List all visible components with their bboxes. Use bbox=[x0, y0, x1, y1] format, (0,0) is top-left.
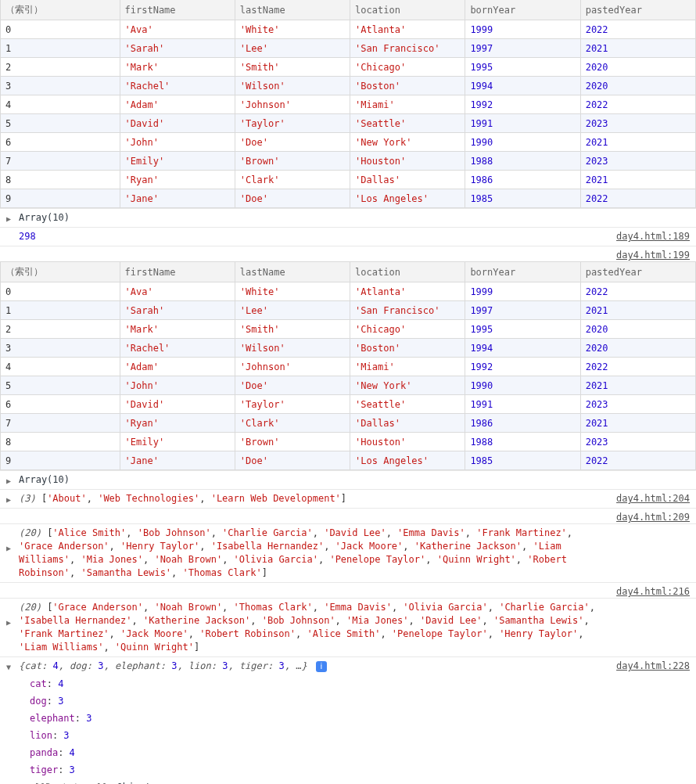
cell-bornyear: 1994 bbox=[465, 77, 580, 95]
array-summary-1[interactable]: Array(10) bbox=[0, 208, 696, 227]
object-entry: tiger: 3 bbox=[0, 761, 696, 779]
cell-pastedyear: 2023 bbox=[580, 395, 695, 414]
cell-bornyear: 1985 bbox=[465, 189, 580, 208]
cell-index: 5 bbox=[1, 376, 120, 395]
cell-pastedyear: 2022 bbox=[580, 95, 695, 114]
cell-pastedyear: 2021 bbox=[580, 414, 695, 433]
object-prototype[interactable]: [[Prototype]]: Object bbox=[0, 779, 696, 784]
cell-bornyear: 1995 bbox=[465, 320, 580, 339]
cell-index: 5 bbox=[1, 114, 120, 133]
table-row: 6'David''Taylor''Seattle'19912023 bbox=[1, 395, 696, 414]
expand-arrow-icon[interactable] bbox=[6, 541, 14, 555]
table-row: 8'Ryan''Clark''Dallas'19862021 bbox=[1, 171, 696, 189]
expand-arrow-icon[interactable] bbox=[6, 493, 14, 506]
col-firstname: firstName bbox=[120, 262, 235, 282]
table-row: 0'Ava''White''Atlanta'19992022 bbox=[1, 282, 696, 301]
object-entry: dog: 3 bbox=[0, 692, 696, 710]
console-log-array3[interactable]: (3) ['About', 'Web Technologies', 'Learn… bbox=[0, 489, 696, 508]
cell-pastedyear: 2022 bbox=[580, 282, 695, 301]
cell-bornyear: 1990 bbox=[465, 376, 580, 395]
cell-pastedyear: 2023 bbox=[580, 152, 695, 171]
cell-firstname: 'Adam' bbox=[120, 95, 235, 114]
cell-location: 'San Francisco' bbox=[350, 39, 465, 58]
cell-index: 2 bbox=[1, 58, 120, 77]
table-row: 1'Sarah''Lee''San Francisco'19972021 bbox=[1, 301, 696, 320]
cell-location: 'Atlanta' bbox=[350, 282, 465, 301]
console-src-216: day4.html:216 bbox=[0, 582, 696, 598]
source-link[interactable]: day4.html:216 bbox=[616, 585, 690, 599]
console-log-sum: 298 day4.html:189 bbox=[0, 227, 696, 246]
cell-lastname: 'White' bbox=[235, 20, 350, 39]
cell-index: 4 bbox=[1, 95, 120, 114]
info-icon[interactable]: i bbox=[316, 661, 327, 672]
cell-firstname: 'David' bbox=[120, 114, 235, 133]
cell-index: 9 bbox=[1, 451, 120, 470]
table-row: 7'Emily''Brown''Houston'19882023 bbox=[1, 152, 696, 171]
array-summary-2[interactable]: Array(10) bbox=[0, 470, 696, 489]
expand-arrow-icon[interactable] bbox=[6, 212, 14, 225]
expand-arrow-icon[interactable] bbox=[6, 474, 14, 487]
expand-arrow-icon[interactable] bbox=[6, 616, 14, 629]
cell-firstname: 'John' bbox=[120, 133, 235, 152]
cell-firstname: 'Mark' bbox=[120, 320, 235, 339]
collapse-arrow-icon[interactable] bbox=[6, 660, 14, 674]
cell-pastedyear: 2021 bbox=[580, 171, 695, 189]
table-row: 4'Adam''Johnson''Miami'19922022 bbox=[1, 358, 696, 376]
col-pastedyear: pastedYear bbox=[580, 0, 695, 20]
console-table-1-header: （索引） firstName lastName location bornYea… bbox=[0, 0, 696, 208]
source-link[interactable]: day4.html:189 bbox=[616, 230, 690, 243]
source-link[interactable]: day4.html:204 bbox=[616, 492, 690, 505]
console-log-object[interactable]: {cat: 4, dog: 3, elephant: 3, lion: 3, t… bbox=[0, 656, 696, 675]
cell-firstname: 'Jane' bbox=[120, 189, 235, 208]
cell-bornyear: 1999 bbox=[465, 20, 580, 39]
cell-location: 'New York' bbox=[350, 133, 465, 152]
col-index: （索引） bbox=[1, 0, 120, 20]
cell-index: 2 bbox=[1, 320, 120, 339]
col-location: location bbox=[350, 0, 465, 20]
cell-firstname: 'John' bbox=[120, 376, 235, 395]
cell-lastname: 'White' bbox=[235, 282, 350, 301]
console-log-array20b[interactable]: (20) ['Grace Anderson', 'Noah Brown', 'T… bbox=[0, 598, 696, 656]
table-row: 9'Jane''Doe''Los Angeles'19852022 bbox=[1, 189, 696, 208]
cell-firstname: 'Sarah' bbox=[120, 301, 235, 320]
cell-index: 0 bbox=[1, 282, 120, 301]
cell-firstname: 'Rachel' bbox=[120, 339, 235, 358]
cell-index: 8 bbox=[1, 171, 120, 189]
cell-location: 'Dallas' bbox=[350, 414, 465, 433]
cell-firstname: 'Jane' bbox=[120, 451, 235, 470]
cell-lastname: 'Taylor' bbox=[235, 395, 350, 414]
cell-lastname: 'Clark' bbox=[235, 414, 350, 433]
cell-pastedyear: 2022 bbox=[580, 189, 695, 208]
cell-index: 6 bbox=[1, 133, 120, 152]
table-row: 3'Rachel''Wilson''Boston'19942020 bbox=[1, 339, 696, 358]
cell-pastedyear: 2021 bbox=[580, 133, 695, 152]
cell-lastname: 'Doe' bbox=[235, 133, 350, 152]
cell-bornyear: 1986 bbox=[465, 171, 580, 189]
table-row: 7'Ryan''Clark''Dallas'19862021 bbox=[1, 414, 696, 433]
source-link[interactable]: day4.html:228 bbox=[616, 660, 690, 673]
console-log-array20a[interactable]: (20) ['Alice Smith', 'Bob Johnson', 'Cha… bbox=[0, 523, 696, 582]
object-entry: lion: 3 bbox=[0, 727, 696, 744]
cell-firstname: 'Mark' bbox=[120, 58, 235, 77]
col-pastedyear: pastedYear bbox=[580, 262, 695, 282]
table-row: 9'Jane''Doe''Los Angeles'19852022 bbox=[1, 451, 696, 470]
cell-index: 8 bbox=[1, 433, 120, 451]
cell-bornyear: 1999 bbox=[465, 282, 580, 301]
cell-bornyear: 1990 bbox=[465, 133, 580, 152]
table-row: 4'Adam''Johnson''Miami'19922022 bbox=[1, 95, 696, 114]
table-row: 3'Rachel''Wilson''Boston'19942020 bbox=[1, 77, 696, 95]
cell-lastname: 'Wilson' bbox=[235, 77, 350, 95]
cell-firstname: 'Ryan' bbox=[120, 171, 235, 189]
source-link[interactable]: day4.html:199 bbox=[616, 249, 690, 262]
expand-arrow-icon[interactable] bbox=[19, 781, 27, 784]
cell-pastedyear: 2020 bbox=[580, 77, 695, 95]
source-link[interactable]: day4.html:209 bbox=[616, 511, 690, 524]
cell-pastedyear: 2020 bbox=[580, 339, 695, 358]
console-log-table2-src: day4.html:199 bbox=[0, 246, 696, 261]
cell-location: 'Los Angeles' bbox=[350, 189, 465, 208]
cell-lastname: 'Brown' bbox=[235, 152, 350, 171]
object-entry: elephant: 3 bbox=[0, 710, 696, 727]
cell-location: 'Seattle' bbox=[350, 114, 465, 133]
cell-pastedyear: 2020 bbox=[580, 58, 695, 77]
col-lastname: lastName bbox=[235, 0, 350, 20]
